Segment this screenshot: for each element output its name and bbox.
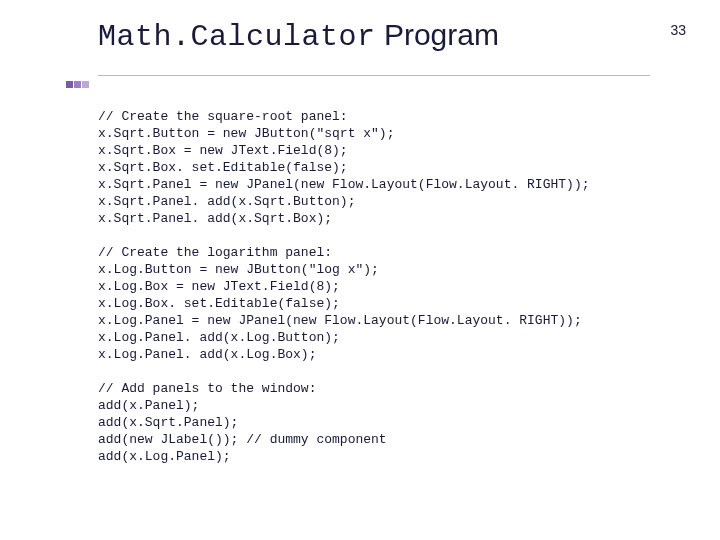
accent-squares xyxy=(66,74,90,92)
code-line: x.Log.Box = new JText.Field(8); xyxy=(98,279,340,294)
code-line: x.Sqrt.Box. set.Editable(false); xyxy=(98,160,348,175)
code-line: // Add panels to the window: xyxy=(98,381,316,396)
title-mono: Math.Calculator xyxy=(98,20,376,54)
accent-square-icon xyxy=(82,81,89,88)
code-line: // Create the logarithm panel: xyxy=(98,245,332,260)
code-line: x.Sqrt.Panel = new JPanel(new Flow.Layou… xyxy=(98,177,589,192)
slide-title: Math.Calculator Program xyxy=(98,20,499,52)
title-underline xyxy=(98,75,650,76)
accent-square-icon xyxy=(74,81,81,88)
code-line: x.Sqrt.Button = new JButton("sqrt x"); xyxy=(98,126,394,141)
code-block: // Create the square-root panel: x.Sqrt.… xyxy=(98,108,660,465)
code-line: add(new JLabel()); // dummy component xyxy=(98,432,387,447)
slide: 33 Math.Calculator Program // Create the… xyxy=(0,0,720,540)
code-line: x.Log.Panel = new JPanel(new Flow.Layout… xyxy=(98,313,582,328)
page-number: 33 xyxy=(670,22,686,38)
code-line: add(x.Log.Panel); xyxy=(98,449,231,464)
title-sans: Program xyxy=(376,18,499,51)
code-line: add(x.Sqrt.Panel); xyxy=(98,415,238,430)
code-line: x.Log.Box. set.Editable(false); xyxy=(98,296,340,311)
code-line: x.Sqrt.Panel. add(x.Sqrt.Button); xyxy=(98,194,355,209)
code-line: add(x.Panel); xyxy=(98,398,199,413)
code-line: x.Log.Panel. add(x.Log.Button); xyxy=(98,330,340,345)
accent-square-icon xyxy=(66,81,73,88)
code-line: x.Log.Button = new JButton("log x"); xyxy=(98,262,379,277)
code-line: // Create the square-root panel: xyxy=(98,109,348,124)
code-line: x.Sqrt.Box = new JText.Field(8); xyxy=(98,143,348,158)
code-line: x.Sqrt.Panel. add(x.Sqrt.Box); xyxy=(98,211,332,226)
code-line: x.Log.Panel. add(x.Log.Box); xyxy=(98,347,316,362)
